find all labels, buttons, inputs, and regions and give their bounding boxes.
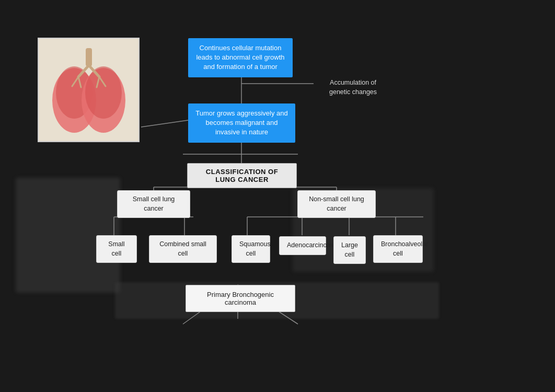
classification-text: CLASSIFICATION OF LUNG CANCER xyxy=(206,168,278,183)
small-cell-lung-cancer-box: Small cell lung cancer xyxy=(117,190,190,218)
cellular-mutation-box: Continues cellular mutation leads to abn… xyxy=(188,38,293,77)
diagram-area: Continues cellular mutation leads to abn… xyxy=(0,0,555,392)
accumulation-label: Accumulation ofgenetic changes xyxy=(329,78,377,97)
squamous-cell-box: Squamous cell xyxy=(232,235,270,263)
primary-bronchogenic-text: Primary Bronchogenic carcinoma xyxy=(207,291,274,306)
tumor-grows-box: Tumor grows aggressively and becomes mal… xyxy=(188,103,295,143)
small-cell-text: Small cell xyxy=(108,240,124,257)
tumor-grows-text: Tumor grows aggressively and becomes mal… xyxy=(195,109,288,136)
small-cell-lung-cancer-text: Small cell lung cancer xyxy=(133,195,175,212)
non-small-cell-text: Non-small cell lung cancer xyxy=(309,195,364,212)
svg-line-0 xyxy=(141,120,188,127)
primary-bronchogenic-box: Primary Bronchogenic carcinoma xyxy=(186,285,295,312)
small-cell-box: Small cell xyxy=(96,235,137,263)
svg-point-28 xyxy=(85,66,122,119)
combined-small-cell-box: Combined small cell xyxy=(149,235,217,263)
classification-box: CLASSIFICATION OF LUNG CANCER xyxy=(187,163,297,188)
large-cell-box: Large cell xyxy=(333,236,366,264)
adenocarcinoma-text: Adenocarcinoma xyxy=(287,241,336,249)
adenocarcinoma-box: Adenocarcinoma xyxy=(279,236,326,255)
bronchoalveolar-box: Bronchoalveolar cell xyxy=(373,235,423,263)
combined-small-cell-text: Combined small cell xyxy=(159,240,206,257)
accumulation-text: Accumulation ofgenetic changes xyxy=(329,79,377,96)
cellular-mutation-text: Continues cellular mutation leads to abn… xyxy=(196,44,284,71)
squamous-cell-text: Squamous cell xyxy=(239,240,271,257)
bronchoalveolar-text: Bronchoalveolar cell xyxy=(381,240,428,257)
svg-rect-24 xyxy=(86,48,92,66)
large-cell-text: Large cell xyxy=(341,241,358,258)
non-small-cell-box: Non-small cell lung cancer xyxy=(297,190,376,218)
lung-image xyxy=(38,38,140,142)
